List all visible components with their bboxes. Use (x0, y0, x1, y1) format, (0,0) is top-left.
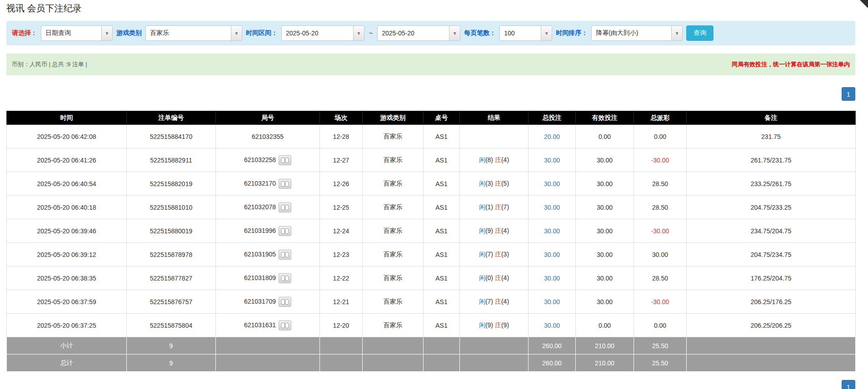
result-banker-label: 庄 (495, 156, 501, 163)
search-button[interactable]: 查询 (686, 25, 713, 41)
valid-bet-notice: 同局有效投注，统一计算在该局第一张注单内 (732, 60, 850, 69)
column-header-round-id: 局号 (216, 111, 320, 125)
replay-icon[interactable] (279, 179, 291, 189)
cell-bet-id: 522515884170 (127, 125, 216, 148)
chevron-down-icon[interactable]: ▼ (541, 26, 552, 40)
total-count: 9 (127, 355, 216, 372)
page-size-label: 每页笔数： (464, 29, 496, 37)
result-player-score: (0) (485, 274, 493, 281)
cell-bet-id: 522515882911 (127, 148, 216, 172)
chevron-down-icon[interactable]: ▼ (449, 26, 460, 40)
query-type-select[interactable]: 日期查询 ▼ (41, 25, 113, 41)
replay-icon[interactable] (279, 155, 291, 165)
cell-total-bet[interactable]: 30.00 (529, 172, 576, 196)
result-banker-label: 庄 (495, 298, 501, 305)
replay-icon[interactable] (279, 250, 291, 260)
table-row: 2025-05-20 06:41:26 522515882911 6210322… (7, 148, 856, 172)
page-root: 视讯 会员下注纪录 请选择： 日期查询 ▼ 游戏类别 百家乐 ▼ 时间区间： 2… (6, 0, 855, 389)
table-row: 2025-05-20 06:38:35 522515877827 6210318… (7, 266, 856, 290)
chevron-down-icon[interactable]: ▼ (231, 26, 242, 40)
subtotal-label: 小计 (7, 337, 127, 355)
table-row: 2025-05-20 06:39:46 522515880019 6210319… (7, 219, 856, 243)
cell-payout: 28.50 (634, 196, 687, 219)
cell-game-type: 百家乐 (363, 172, 424, 196)
column-header-total-bet: 总投注 (529, 111, 576, 125)
subtotal-count: 9 (127, 337, 216, 355)
replay-icon[interactable] (279, 202, 291, 212)
time-range-label: 时间区间： (246, 29, 278, 37)
cell-note: 234.75/204.75 (687, 219, 856, 243)
result-player-score: (9) (485, 321, 493, 329)
cell-game-type: 百家乐 (363, 243, 424, 266)
cell-total-bet[interactable]: 20.00 (529, 125, 576, 148)
result-player-label: 闲 (479, 321, 485, 329)
cell-valid-bet: 30.00 (576, 219, 634, 243)
cell-game-type: 百家乐 (363, 196, 424, 219)
cell-note: 206.25/206.25 (687, 314, 856, 337)
cell-valid-bet: 30.00 (576, 266, 634, 290)
game-type-label: 游戏类别 (116, 29, 142, 37)
chevron-down-icon[interactable]: ▼ (671, 26, 682, 40)
cell-game-type: 百家乐 (363, 266, 424, 290)
table-row: 2025-05-20 06:40:54 522515882019 6210321… (7, 172, 856, 196)
game-type-value: 百家乐 (146, 26, 231, 40)
cell-valid-bet: 0.00 (576, 314, 634, 337)
cell-total-bet[interactable]: 30.00 (529, 219, 576, 243)
cell-table-no: AS1 (424, 266, 460, 290)
result-banker-label: 庄 (495, 203, 501, 211)
total-row: 总计 9 260.00 210.00 25.50 (7, 355, 856, 372)
result-banker-label: 庄 (495, 274, 501, 281)
chevron-down-icon[interactable]: ▼ (353, 26, 364, 40)
cell-total-bet[interactable]: 30.00 (529, 314, 576, 337)
cell-table-no: AS1 (424, 172, 460, 196)
result-banker-label: 庄 (495, 251, 501, 258)
round-id-text: 621032258 (244, 156, 276, 163)
replay-icon[interactable] (279, 273, 291, 283)
cell-total-bet[interactable]: 30.00 (529, 266, 576, 290)
cell-total-bet[interactable]: 30.00 (529, 243, 576, 266)
replay-icon[interactable] (279, 226, 291, 236)
cell-session: 12-21 (320, 290, 363, 314)
cell-round-id: 621032258 (216, 148, 320, 172)
date-to-value: 2025-05-20 (378, 26, 449, 40)
date-to-select[interactable]: 2025-05-20 ▼ (377, 25, 460, 41)
cell-total-bet[interactable]: 30.00 (529, 290, 576, 314)
cell-session: 12-23 (320, 243, 363, 266)
cell-valid-bet: 30.00 (576, 196, 634, 219)
cell-note: 176.25/204.75 (687, 266, 856, 290)
chevron-down-icon[interactable]: ▼ (101, 26, 112, 40)
page-button-1[interactable]: 1 (842, 380, 855, 389)
result-player-label: 闲 (479, 298, 485, 305)
scroll-top-ribbon[interactable] (860, 0, 868, 8)
column-header-table-no: 桌号 (424, 111, 460, 125)
result-banker-score: (7) (501, 203, 509, 211)
cell-bet-id: 522515882019 (127, 172, 216, 196)
date-from-select[interactable]: 2025-05-20 ▼ (281, 25, 364, 41)
cell-total-bet[interactable]: 30.00 (529, 196, 576, 219)
sort-label: 时间排序： (556, 29, 588, 37)
cell-payout: 28.50 (634, 172, 687, 196)
game-type-select[interactable]: 百家乐 ▼ (145, 25, 242, 41)
subtotal-valid-bet: 210.00 (576, 337, 634, 355)
replay-icon[interactable] (279, 320, 291, 330)
sort-select[interactable]: 降幂(由大到小) ▼ (591, 25, 683, 41)
bet-records-table: 时间 注单编号 局号 场次 游戏类别 桌号 结果 总投注 有效投注 总派彩 备注… (6, 111, 856, 372)
cell-valid-bet: 30.00 (576, 290, 634, 314)
table-header-row: 时间 注单编号 局号 场次 游戏类别 桌号 结果 总投注 有效投注 总派彩 备注 (7, 111, 856, 125)
cell-total-bet[interactable]: 30.00 (529, 148, 576, 172)
result-banker-score: (4) (501, 156, 509, 163)
page-button-1[interactable]: 1 (842, 87, 855, 101)
result-player-score: (8) (485, 156, 493, 163)
result-player-label: 闲 (479, 180, 485, 187)
cell-payout: 30.00 (634, 243, 687, 266)
currency-summary-text: 币别：人民币 | 总共 :9 注单 | (12, 60, 87, 69)
cell-session: 12-28 (320, 125, 363, 148)
page-size-select[interactable]: 100 ▼ (499, 25, 552, 41)
cell-time: 2025-05-20 06:40:54 (7, 172, 127, 196)
cell-valid-bet: 30.00 (576, 172, 634, 196)
result-banker-score: (3) (501, 251, 509, 258)
cell-payout: -30.00 (634, 290, 687, 314)
filter-bar: 请选择： 日期查询 ▼ 游戏类别 百家乐 ▼ 时间区间： 2025-05-20 … (6, 21, 855, 45)
sort-value: 降幂(由大到小) (592, 26, 671, 40)
replay-icon[interactable] (279, 297, 291, 307)
